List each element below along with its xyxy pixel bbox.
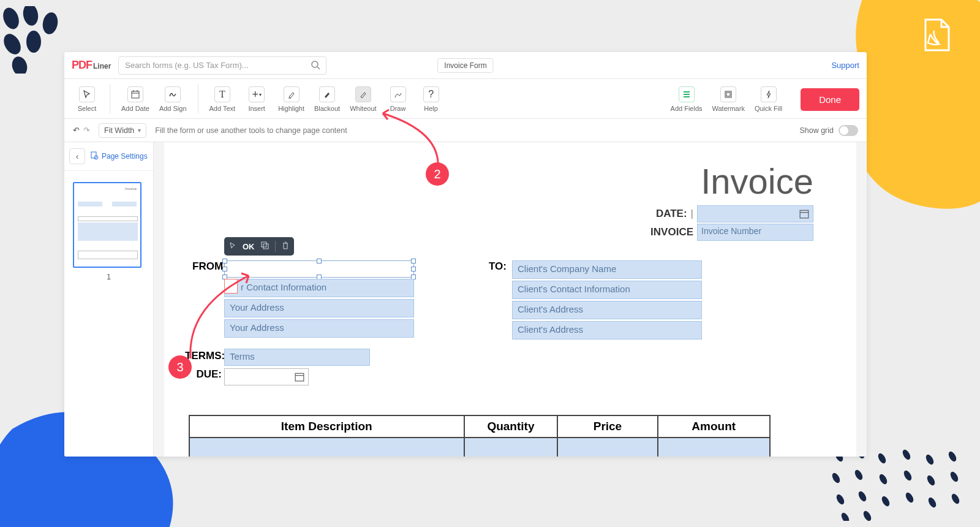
svg-point-12 bbox=[831, 472, 842, 485]
svg-line-27 bbox=[317, 67, 320, 69]
show-grid-toggle[interactable] bbox=[839, 125, 858, 136]
col-amount: Amount bbox=[658, 415, 771, 438]
insert-button[interactable]: +▾Insert bbox=[241, 84, 272, 115]
select-button[interactable]: Select bbox=[72, 84, 102, 115]
hint-text: Fill the form or use another tools to ch… bbox=[155, 126, 347, 135]
invoice-number-field[interactable]: Invoice Number bbox=[697, 224, 813, 241]
svg-point-25 bbox=[862, 510, 873, 521]
selection-toolbar: OK bbox=[224, 237, 294, 256]
svg-point-10 bbox=[924, 453, 935, 466]
undo-button[interactable]: ↶ bbox=[73, 126, 80, 135]
support-link[interactable]: Support bbox=[831, 61, 859, 70]
decoration-dark-blob bbox=[0, 6, 67, 74]
toolbar: Select Add Date Add Sign TAdd Text +▾Ins… bbox=[64, 79, 867, 119]
cursor-icon[interactable] bbox=[229, 242, 236, 251]
callout-2: 2 bbox=[426, 162, 449, 186]
ok-button[interactable]: OK bbox=[243, 242, 255, 251]
svg-rect-41 bbox=[262, 242, 266, 247]
to-field-company[interactable]: Client's Company Name bbox=[512, 260, 702, 279]
to-field-contact[interactable]: Client's Contact Information bbox=[512, 281, 702, 299]
copy-icon[interactable] bbox=[261, 241, 269, 251]
svg-point-24 bbox=[840, 512, 851, 521]
app-window: PDF Liner Invoice Form Support Select Ad… bbox=[64, 52, 867, 457]
svg-point-0 bbox=[1, 6, 22, 31]
svg-point-13 bbox=[853, 469, 864, 482]
svg-point-23 bbox=[950, 493, 961, 506]
svg-point-19 bbox=[857, 490, 868, 503]
show-grid-label: Show grid bbox=[799, 126, 834, 135]
quick-fill-button[interactable]: Quick Fill bbox=[751, 84, 786, 115]
table-cell[interactable] bbox=[557, 438, 657, 457]
calendar-icon bbox=[295, 372, 304, 384]
table-cell[interactable] bbox=[464, 438, 558, 457]
svg-point-11 bbox=[947, 450, 958, 463]
svg-rect-28 bbox=[132, 91, 139, 98]
svg-point-9 bbox=[901, 449, 912, 461]
search-icon[interactable] bbox=[311, 61, 320, 72]
add-text-button[interactable]: TAdd Text bbox=[206, 84, 239, 115]
brush-light-icon bbox=[355, 86, 371, 102]
svg-point-5 bbox=[10, 55, 29, 74]
table-cell[interactable] bbox=[189, 438, 464, 457]
svg-point-8 bbox=[876, 452, 888, 465]
page-settings-button[interactable]: Page Settings bbox=[90, 151, 148, 162]
svg-rect-39 bbox=[800, 210, 809, 218]
signature-icon bbox=[165, 86, 181, 102]
zoom-select[interactable]: Fit Width ▾ bbox=[99, 123, 146, 138]
svg-point-21 bbox=[904, 491, 915, 504]
svg-rect-43 bbox=[295, 373, 304, 381]
callout-3: 3 bbox=[168, 355, 192, 379]
workspace: ‹ Page Settings Invoice 1 bbox=[64, 142, 867, 457]
chevron-down-icon: ▾ bbox=[138, 127, 141, 134]
items-table: Item Description Quantity Price Amount bbox=[189, 415, 771, 457]
calendar-icon bbox=[799, 209, 809, 222]
plus-icon: +▾ bbox=[249, 86, 265, 102]
blackout-button[interactable]: Blackout bbox=[311, 84, 344, 115]
add-fields-button[interactable]: Add Fields bbox=[667, 84, 706, 115]
to-field-address2[interactable]: Client's Address bbox=[512, 321, 702, 339]
svg-rect-37 bbox=[91, 152, 96, 158]
brush-dark-icon bbox=[319, 86, 335, 102]
fields-icon bbox=[679, 86, 695, 102]
document-page: Invoice DATE: | INVOICE Invoice Number F… bbox=[164, 142, 856, 457]
cursor-icon bbox=[79, 86, 95, 102]
trash-icon[interactable] bbox=[282, 241, 289, 251]
add-sign-button[interactable]: Add Sign bbox=[156, 84, 190, 115]
logo-liner: Liner bbox=[93, 62, 111, 70]
col-item-description: Item Description bbox=[189, 415, 464, 438]
collapse-sidebar-button[interactable]: ‹ bbox=[69, 148, 85, 164]
date-field[interactable] bbox=[697, 205, 813, 222]
redo-button[interactable]: ↷ bbox=[83, 126, 90, 135]
svg-point-1 bbox=[21, 6, 40, 27]
to-field-address1[interactable]: Client's Address bbox=[512, 301, 702, 319]
watermark-button[interactable]: Watermark bbox=[709, 84, 748, 115]
svg-point-4 bbox=[26, 31, 41, 53]
help-icon: ? bbox=[423, 86, 439, 102]
topbar: PDF Liner Invoice Form Support bbox=[64, 52, 867, 79]
date-label: DATE: bbox=[656, 208, 687, 220]
table-cell[interactable] bbox=[658, 438, 771, 457]
svg-point-22 bbox=[927, 496, 938, 509]
col-price: Price bbox=[557, 415, 657, 438]
add-date-button[interactable]: Add Date bbox=[118, 84, 153, 115]
pdf-corner-icon bbox=[922, 18, 952, 52]
thumbnail-page-number: 1 bbox=[73, 273, 145, 281]
invoice-number-label: INVOICE bbox=[650, 226, 693, 238]
done-button[interactable]: Done bbox=[801, 88, 859, 111]
svg-point-15 bbox=[902, 469, 913, 482]
logo[interactable]: PDF Liner bbox=[72, 59, 111, 72]
svg-point-18 bbox=[835, 493, 846, 506]
search-input[interactable] bbox=[118, 56, 326, 75]
col-quantity: Quantity bbox=[464, 415, 558, 438]
highlight-button[interactable]: Highlight bbox=[274, 84, 308, 115]
sidebar: ‹ Page Settings Invoice 1 bbox=[64, 142, 154, 457]
calendar-icon bbox=[127, 86, 143, 102]
page-thumbnail[interactable]: Invoice bbox=[73, 182, 141, 268]
to-label: TO: bbox=[489, 260, 507, 273]
document-name[interactable]: Invoice Form bbox=[437, 58, 493, 73]
svg-point-20 bbox=[880, 495, 891, 508]
svg-point-2 bbox=[41, 11, 59, 36]
watermark-icon bbox=[720, 86, 736, 102]
due-field[interactable] bbox=[224, 368, 309, 385]
arrow-3 bbox=[187, 270, 261, 362]
